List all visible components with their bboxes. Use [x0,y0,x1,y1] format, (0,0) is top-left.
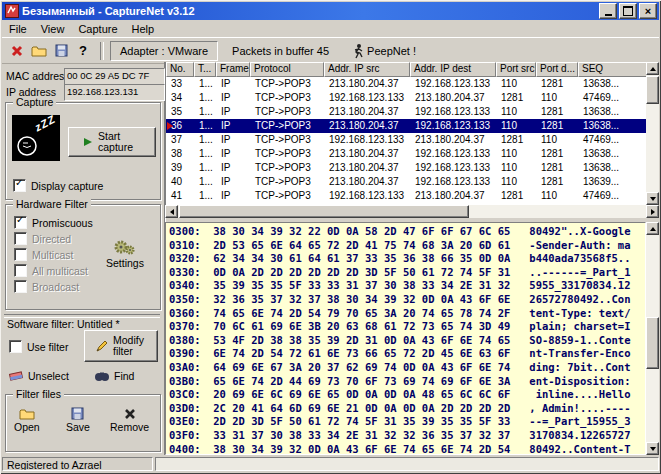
table-cell: 192.168.123.133 [324,133,410,147]
menu-item-file[interactable]: File [2,21,34,37]
hw-filter-checkbox-multicast: Multicast [14,248,73,261]
filter-open-button[interactable]: Open [14,407,40,433]
filter-files-title: Filter files [13,388,64,400]
menu-item-help[interactable]: Help [125,21,162,37]
table-row[interactable]: 361...IPTCP->POP3213.180.204.37192.168.1… [166,119,647,133]
scroll-right-button[interactable] [646,205,659,218]
close-icon: × [645,6,651,16]
table-cell: IP [216,77,250,91]
table-cell: 1... [194,175,216,189]
filter-remove-label: Remove [110,421,149,433]
column-header[interactable]: Protocol [250,62,324,77]
scroll-down-button[interactable] [646,442,659,455]
close-button[interactable]: × [639,3,657,19]
checkbox-label: Broadcast [32,281,79,293]
table-row[interactable]: 411...IPTCP->POP3192.168.123.133213.180.… [166,189,647,203]
table-cell: 192.168.123.133 [410,161,496,175]
hex-dump-view[interactable]: 0300: 38 30 34 39 32 22 0D 0A 58 2D 47 6… [165,222,646,455]
peepnet-launcher[interactable]: PeepNet ! [351,43,416,59]
app-icon [5,4,19,18]
table-horizontal-scrollbar[interactable] [165,205,659,218]
table-row[interactable]: 381...IPTCP->POP3213.180.204.37192.168.1… [166,147,647,161]
save-capture-button[interactable] [50,40,72,62]
column-header[interactable]: Frame [216,62,250,77]
hw-filter-checkbox-promiscuous[interactable]: Promiscuous [14,216,93,229]
selected-row-marker-icon [167,122,173,130]
minimize-icon [605,14,612,16]
scrollbar-thumb[interactable] [646,76,659,104]
column-header[interactable]: SEQ [578,62,647,77]
arrow-up-icon [650,67,656,71]
maximize-button[interactable] [619,3,637,19]
scroll-up-button[interactable] [646,222,659,235]
modify-filter-button[interactable]: Modify filter [84,330,158,362]
peepnet-label: PeepNet ! [367,45,416,57]
clear-capture-button[interactable] [6,40,28,62]
unselect-button[interactable]: Unselect [8,370,69,382]
hw-filter-checkbox-broadcast: Broadcast [14,280,79,293]
hex-line: 03B0: 65 6E 74 2D 44 69 73 70 6F 73 69 7… [169,375,645,389]
start-capture-button[interactable]: Start capture [68,127,156,157]
help-icon: ? [79,43,87,58]
table-row[interactable]: 401...IPTCP->POP3213.180.204.37192.168.1… [166,175,647,189]
column-header[interactable]: T... [194,62,216,77]
scroll-left-button[interactable] [165,205,178,218]
scrollbar-thumb[interactable] [179,205,469,218]
menu-item-capture[interactable]: Capture [71,21,124,37]
table-row[interactable]: 391...IPTCP->POP3213.180.204.37192.168.1… [166,161,647,175]
open-capture-button[interactable] [28,40,50,62]
maximize-icon [623,6,633,16]
table-cell: 1281 [536,175,578,189]
column-header[interactable]: Addr. IP src [324,62,410,77]
table-cell: IP [216,147,250,161]
table-cell: IP [216,105,250,119]
column-header[interactable]: Addr. IP dest [410,62,496,77]
hw-filter-checkbox-all-multicast: All multicast [14,264,88,277]
scroll-down-button[interactable] [646,192,659,205]
adapter-display[interactable]: Adapter : VMware [110,41,218,61]
floppy-icon [71,407,84,420]
display-capture-checkbox[interactable]: Display capture [13,179,103,192]
column-header[interactable]: No. [166,62,194,77]
table-vertical-scrollbar[interactable] [646,62,659,205]
table-cell: 1281 [536,105,578,119]
filter-remove-button[interactable]: Remove [110,407,149,433]
start-icon [82,136,94,148]
settings-button[interactable]: Settings [106,239,144,269]
table-row[interactable]: 371...IPTCP->POP3192.168.123.133213.180.… [166,133,647,147]
find-button[interactable]: Find [94,370,134,382]
table-cell: 1... [194,147,216,161]
table-cell: TCP->POP3 [250,189,324,203]
table-row[interactable]: 331...IPTCP->POP3213.180.204.37192.168.1… [166,77,647,91]
table-cell: 110 [496,105,536,119]
table-cell: 110 [536,91,578,105]
table-cell: IP [216,175,250,189]
use-filter-checkbox[interactable]: Use filter [9,340,68,353]
table-cell: 1... [194,105,216,119]
minimize-button[interactable] [599,3,617,19]
arrow-down-icon [650,447,656,451]
column-header[interactable]: Port d... [536,62,578,77]
table-cell: 192.168.123.133 [324,189,410,203]
filter-save-button[interactable]: Save [66,407,90,433]
table-cell: IP [216,161,250,175]
column-header[interactable]: Port src [496,62,536,77]
table-row[interactable]: 341...IPTCP->POP3192.168.123.133213.180.… [166,91,647,105]
table-cell: 213.180.204.37 [410,133,496,147]
table-cell: 1... [194,161,216,175]
checkbox-box [14,232,27,245]
scroll-up-button[interactable] [646,62,659,75]
table-cell: 13638... [578,161,647,175]
scrollbar-thumb[interactable] [646,317,659,369]
hex-vertical-scrollbar[interactable] [646,222,659,455]
table-row[interactable]: 351...IPTCP->POP3213.180.204.37192.168.1… [166,105,647,119]
arrow-left-icon [170,209,174,215]
arrow-right-icon [651,209,655,215]
help-button[interactable]: ? [72,40,94,62]
table-cell: 13638... [578,105,647,119]
menu-item-view[interactable]: View [34,21,72,37]
packet-table: No.T...FrameProtocolAddr. IP srcAddr. IP… [165,62,647,205]
table-cell: 213.180.204.37 [324,105,410,119]
table-cell: 1... [194,189,216,203]
table-cell: 1281 [496,189,536,203]
